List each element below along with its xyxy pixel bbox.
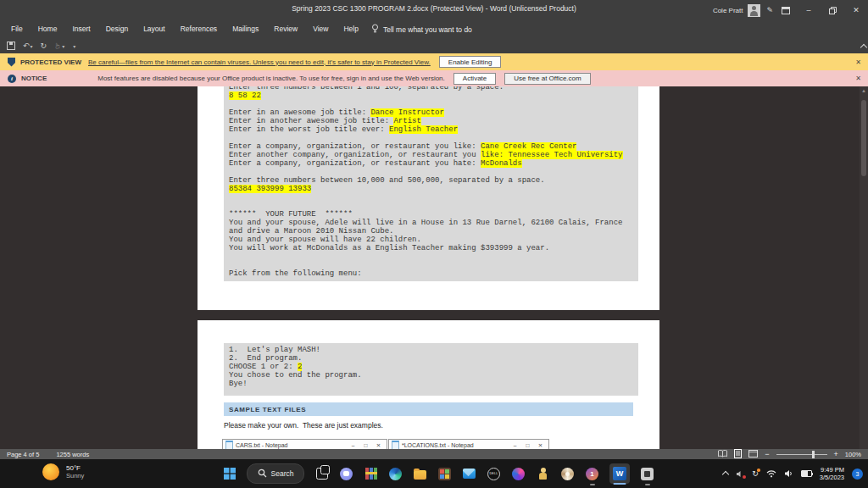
notice-message: Most features are disabled because your … [97, 75, 445, 82]
winrar-button[interactable] [364, 467, 378, 481]
tell-me-box[interactable]: Tell me what you want to do [371, 24, 472, 36]
weather-widget[interactable]: 50°F Sunny [42, 463, 84, 480]
hidden-icons-chevron[interactable] [723, 470, 728, 477]
collapse-ribbon-icon[interactable] [861, 38, 866, 53]
clock[interactable]: 9:49 PM 3/5/2023 [820, 466, 844, 481]
file-explorer-button[interactable] [413, 467, 427, 481]
tab-design[interactable]: Design [98, 20, 136, 38]
web-layout-icon[interactable] [748, 450, 758, 459]
tell-me-label: Tell me what you want to do [383, 25, 472, 34]
notepad-icon [225, 441, 233, 449]
zoom-level[interactable]: 100% [845, 451, 861, 458]
pen-icon[interactable]: ✎ [766, 6, 773, 14]
tab-file[interactable]: File [3, 20, 31, 38]
word-count[interactable]: 1255 words [56, 451, 89, 458]
dell-icon: DELL [487, 468, 500, 480]
ribbon-display-options-icon[interactable] [782, 3, 790, 18]
close-icon: ✕ [534, 442, 547, 449]
zoom-in-icon[interactable]: + [834, 450, 838, 458]
console-line: 85384 393999 13933 [229, 185, 638, 193]
tab-review[interactable]: Review [266, 20, 305, 38]
update-icon[interactable]: ↻ [752, 469, 759, 478]
restore-button[interactable] [821, 0, 844, 20]
mail-button[interactable] [462, 467, 476, 481]
signed-in-user[interactable]: Cole Pratt [713, 7, 743, 14]
banner-close-icon[interactable]: ✕ [855, 75, 861, 82]
shield-icon [8, 58, 15, 67]
undo-button[interactable]: ↶▾ [23, 42, 33, 50]
notice-label: NOTICE [21, 75, 47, 82]
vault-boy-icon [537, 468, 549, 480]
activate-button[interactable]: Activate [453, 73, 496, 85]
search-box[interactable]: Search [247, 463, 304, 484]
mute-badge [743, 475, 746, 479]
dell-button[interactable]: DELL [487, 467, 501, 481]
clock-app-button[interactable]: 1 [585, 467, 599, 481]
touch-mode-button[interactable]: ☞▾ [54, 42, 64, 50]
enable-editing-button[interactable]: Enable Editing [439, 56, 502, 68]
chat-button[interactable] [339, 467, 353, 481]
notification-badge[interactable]: 3 [852, 469, 863, 480]
speaker-icon[interactable] [784, 469, 793, 478]
volume-mixer-icon[interactable] [736, 470, 744, 478]
notepad-icon [392, 441, 399, 449]
protected-view-message: Be careful—files from the Internet can c… [88, 58, 431, 66]
console-line [229, 168, 638, 176]
battery-icon[interactable] [801, 470, 812, 477]
notice-banner: i NOTICE Most features are disabled beca… [0, 70, 868, 86]
save-icon[interactable] [7, 42, 15, 50]
start-button[interactable] [222, 467, 236, 481]
edge-button[interactable] [388, 467, 403, 481]
zoom-out-icon[interactable]: − [765, 450, 769, 458]
status-bar: Page 4 of 5 1255 words − + 100% [0, 449, 868, 459]
system-tray: ↻ 9:49 PM 3/5/2023 3 [723, 459, 863, 488]
title-bar: Spring 2023 CSC 1300 PROGRAM 2.docx (Pro… [0, 0, 868, 20]
tab-view[interactable]: View [305, 20, 336, 38]
zoom-slider-thumb[interactable] [812, 451, 815, 458]
word-button[interactable]: W [609, 463, 630, 484]
note-text: Please make your own. These are just exa… [224, 421, 383, 430]
redo-button[interactable]: ↻ [41, 42, 47, 50]
tab-layout[interactable]: Layout [136, 20, 173, 38]
print-layout-icon[interactable] [734, 449, 742, 460]
scrollbar-thumb[interactable] [861, 100, 866, 176]
task-view-icon [316, 468, 328, 480]
vault-app-button[interactable] [536, 467, 550, 481]
customize-qat-dropdown[interactable]: ▾ [72, 43, 75, 49]
active-app-indicator [614, 483, 626, 485]
tab-mailings[interactable]: Mailings [225, 20, 266, 38]
tab-references[interactable]: References [173, 20, 225, 38]
task-view-button[interactable] [314, 467, 329, 481]
gray-app-icon [641, 468, 654, 480]
zoom-slider[interactable] [776, 454, 827, 455]
read-mode-icon[interactable] [718, 450, 727, 459]
console-line: 8 58 22 [229, 92, 638, 100]
use-free-button[interactable]: Use free at Office.com [504, 73, 590, 85]
scroll-up-icon[interactable]: ▲ [861, 88, 866, 93]
user-avatar[interactable] [748, 4, 760, 17]
store-button[interactable] [437, 467, 452, 481]
console-line: Enter in the worst job title ever: Engli… [229, 125, 638, 134]
maximize-icon: □ [521, 442, 534, 449]
update-badge [757, 469, 760, 472]
console-line: Enter three numbers between 10,000 and 5… [229, 176, 638, 185]
vertical-scrollbar[interactable]: ▲ [860, 86, 868, 449]
open-app-indicator [645, 484, 650, 485]
office-button[interactable] [511, 467, 526, 481]
tab-home[interactable]: Home [31, 20, 65, 38]
gray-app-button[interactable] [640, 467, 654, 481]
tab-insert[interactable]: Insert [64, 20, 97, 38]
banner-close-icon[interactable]: ✕ [855, 58, 861, 66]
swirl-app-button[interactable] [560, 467, 575, 481]
minimize-icon: – [509, 442, 521, 449]
weather-temp: 50°F [66, 464, 84, 472]
edge-icon [389, 468, 402, 480]
minimize-button[interactable]: – [797, 0, 821, 20]
console-line [229, 202, 638, 210]
close-button[interactable]: ✕ [844, 0, 868, 20]
page-indicator[interactable]: Page 4 of 5 [7, 451, 39, 458]
document-canvas: Enter three numbers between 1 and 100, s… [0, 86, 868, 449]
tab-help[interactable]: Help [336, 20, 365, 38]
wifi-icon[interactable] [766, 469, 776, 478]
console-line [229, 252, 638, 261]
